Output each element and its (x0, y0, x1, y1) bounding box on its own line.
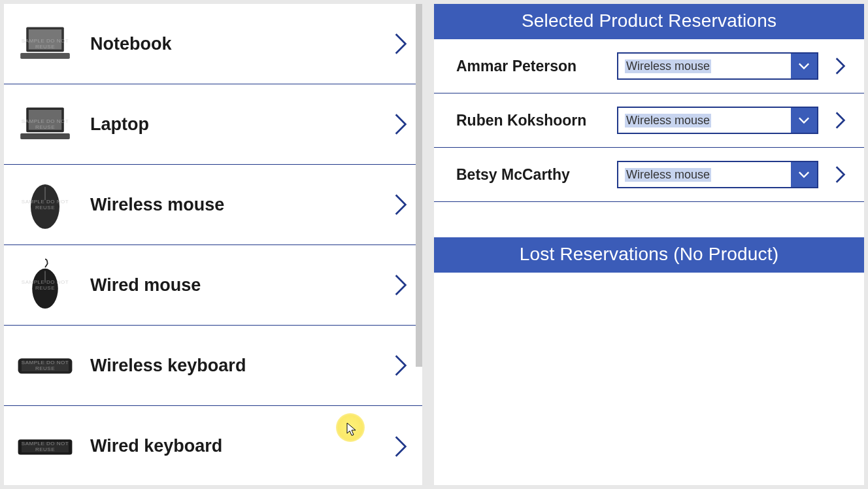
product-label: Laptop (90, 114, 393, 135)
dropdown-selected-value: Wireless mouse (618, 54, 791, 78)
svg-rect-11 (22, 361, 69, 371)
product-label: Notebook (90, 34, 393, 54)
reservations-panel: Selected Product Reservations Ammar Pete… (434, 4, 864, 485)
selected-reservations-header: Selected Product Reservations (434, 4, 864, 39)
dropdown-selected-value: Wireless mouse (618, 162, 791, 187)
chevron-right-icon (393, 434, 408, 459)
reservation-product-dropdown[interactable]: Wireless mouse (617, 52, 818, 80)
reservation-row: Betsy McCarthy Wireless mouse (434, 148, 864, 202)
product-thumbnail: SAMPLE DO NOT REUSE (16, 175, 75, 234)
product-item[interactable]: SAMPLE DO NOT REUSE Wired mouse (4, 245, 422, 326)
svg-rect-13 (22, 441, 69, 452)
lost-reservations-header: Lost Reservations (No Product) (434, 237, 864, 273)
chevron-down-icon (791, 108, 817, 133)
svg-rect-1 (29, 29, 61, 50)
product-list-scrollbar[interactable] (416, 4, 422, 367)
reservation-product-dropdown[interactable]: Wireless mouse (617, 161, 818, 188)
svg-rect-5 (20, 133, 70, 139)
product-item[interactable]: SAMPLE DO NOT REUSE Wired keyboard (4, 406, 422, 485)
product-thumbnail: SAMPLE DO NOT REUSE (16, 95, 75, 154)
product-label: Wireless keyboard (90, 356, 393, 376)
reservation-name: Ammar Peterson (456, 58, 605, 75)
product-item[interactable]: SAMPLE DO NOT REUSE Wireless mouse (4, 165, 422, 245)
reservation-row: Ammar Peterson Wireless mouse (434, 39, 864, 93)
product-thumbnail: SAMPLE DO NOT REUSE (16, 14, 75, 73)
chevron-right-icon (393, 353, 408, 378)
chevron-down-icon (791, 54, 817, 78)
reservation-name: Ruben Kokshoorn (456, 112, 605, 129)
chevron-down-icon (791, 162, 817, 187)
reservation-detail-button[interactable] (834, 109, 847, 131)
product-item[interactable]: SAMPLE DO NOT REUSE Laptop (4, 84, 422, 165)
product-thumbnail: SAMPLE DO NOT REUSE (16, 417, 75, 476)
product-label: Wired keyboard (90, 436, 393, 456)
reservation-product-dropdown[interactable]: Wireless mouse (617, 107, 818, 134)
product-item[interactable]: SAMPLE DO NOT REUSE Wireless keyboard (4, 326, 422, 406)
product-thumbnail: SAMPLE DO NOT REUSE (16, 256, 75, 314)
chevron-right-icon (393, 192, 408, 217)
reservation-detail-button[interactable] (834, 163, 847, 186)
svg-rect-4 (29, 110, 61, 130)
reservation-row: Ruben Kokshoorn Wireless mouse (434, 93, 864, 148)
reservation-detail-button[interactable] (834, 55, 847, 77)
dropdown-selected-value: Wireless mouse (618, 108, 791, 133)
product-item[interactable]: SAMPLE DO NOT REUSE Notebook (4, 4, 422, 84)
panel-gap (434, 202, 864, 237)
lost-reservations-empty (434, 273, 864, 403)
product-thumbnail: SAMPLE DO NOT REUSE (16, 336, 75, 395)
svg-rect-2 (20, 53, 70, 59)
chevron-right-icon (393, 273, 408, 297)
app-root: SAMPLE DO NOT REUSE Notebook SAMPLE DO N… (0, 0, 868, 489)
chevron-right-icon (393, 112, 408, 137)
chevron-right-icon (393, 31, 408, 56)
product-label: Wireless mouse (90, 195, 393, 215)
product-label: Wired mouse (90, 275, 393, 295)
reservation-name: Betsy McCarthy (456, 166, 605, 184)
product-list-panel: SAMPLE DO NOT REUSE Notebook SAMPLE DO N… (4, 4, 422, 485)
